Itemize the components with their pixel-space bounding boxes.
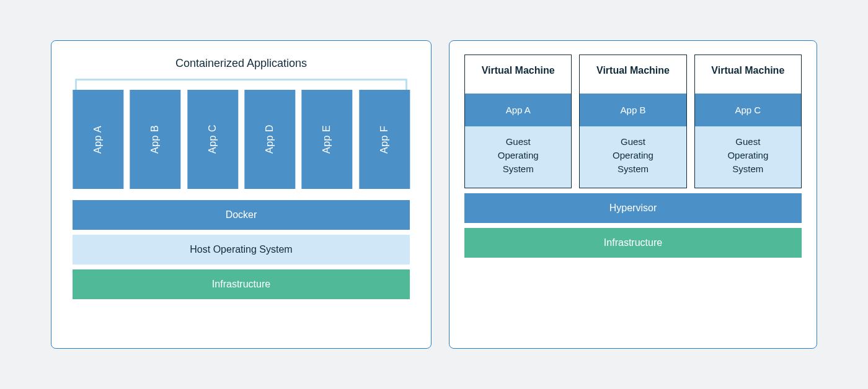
containers-title: Containerized Applications: [73, 57, 410, 70]
containers-panel: Containerized Applications App A App B A…: [51, 40, 432, 349]
vm-title: Virtual Machine: [580, 55, 686, 94]
vm-box: Virtual Machine App C GuestOperatingSyst…: [694, 55, 802, 188]
vm-row: Virtual Machine App A GuestOperatingSyst…: [464, 55, 802, 188]
vm-app: App A: [465, 94, 571, 126]
infrastructure-layer: Infrastructure: [464, 228, 802, 258]
container-app: App A: [73, 90, 123, 189]
apps-bracket: [75, 79, 407, 90]
container-app: App F: [359, 90, 410, 189]
vm-app: App B: [580, 94, 686, 126]
container-app: App D: [244, 90, 295, 189]
containerized-apps-row: App A App B App C App D App E App F: [73, 90, 410, 189]
vm-panel: Virtual Machine App A GuestOperatingSyst…: [449, 40, 817, 349]
docker-layer: Docker: [73, 200, 410, 230]
vm-guest-os: GuestOperatingSystem: [695, 126, 801, 188]
container-app: App E: [301, 90, 352, 189]
vm-guest-os: GuestOperatingSystem: [580, 126, 686, 188]
host-os-layer: Host Operating System: [73, 235, 410, 264]
vm-title: Virtual Machine: [695, 55, 801, 94]
vm-box: Virtual Machine App A GuestOperatingSyst…: [464, 55, 572, 188]
hypervisor-layer: Hypervisor: [464, 193, 802, 223]
infrastructure-layer: Infrastructure: [73, 269, 410, 299]
vm-guest-os: GuestOperatingSystem: [465, 126, 571, 188]
vm-title: Virtual Machine: [465, 55, 571, 94]
container-app: App B: [130, 90, 180, 189]
container-app: App C: [187, 90, 238, 189]
vm-app: App C: [695, 94, 801, 126]
vm-box: Virtual Machine App B GuestOperatingSyst…: [579, 55, 686, 188]
